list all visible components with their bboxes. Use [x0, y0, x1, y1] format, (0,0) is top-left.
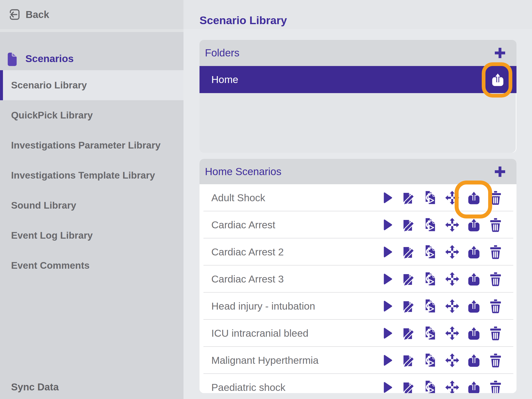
play-button[interactable]: [380, 272, 394, 286]
page-title: Scenario Library: [200, 14, 287, 27]
sidebar-item-event-log-library[interactable]: Event Log Library: [0, 220, 183, 250]
duplicate-icon: [423, 380, 438, 393]
sidebar-item-label: Sound Library: [11, 200, 76, 211]
sidebar-item-label: Scenario Library: [11, 80, 87, 91]
edit-button[interactable]: [402, 380, 416, 393]
trash-icon: [488, 326, 503, 340]
edit-button[interactable]: [402, 218, 416, 232]
delete-button[interactable]: [488, 353, 503, 367]
share-button[interactable]: [467, 380, 481, 393]
move-button[interactable]: [445, 380, 459, 393]
delete-button[interactable]: [488, 272, 503, 286]
sidebar-item-quickpick-library[interactable]: QuickPick Library: [0, 100, 183, 130]
sidebar-item-label: Event Comments: [11, 260, 90, 271]
edit-button[interactable]: [402, 191, 416, 205]
play-icon: [380, 353, 394, 367]
home-folder-share-button[interactable]: [491, 72, 505, 87]
row-actions: [380, 353, 503, 367]
duplicate-button[interactable]: [423, 326, 438, 340]
sidebar-item-event-comments[interactable]: Event Comments: [0, 250, 183, 281]
main-content: Scenario Library Folders Home Home Scena…: [183, 0, 532, 399]
scenario-row-malignant-hyperthermia: Malignant Hyperthermia: [200, 347, 516, 374]
trash-icon: [488, 245, 503, 259]
sidebar-item-label: Investigations Template Library: [11, 170, 155, 181]
delete-button[interactable]: [488, 380, 503, 393]
share-button[interactable]: [467, 299, 481, 313]
share-button[interactable]: [467, 353, 481, 367]
edit-button[interactable]: [402, 353, 416, 367]
duplicate-button[interactable]: [423, 245, 438, 259]
move-button[interactable]: [445, 245, 459, 259]
share-button[interactable]: [467, 218, 481, 232]
duplicate-button[interactable]: [423, 380, 438, 393]
duplicate-button[interactable]: [423, 218, 438, 232]
edit-button[interactable]: [402, 272, 416, 286]
duplicate-button[interactable]: [423, 272, 438, 286]
edit-button[interactable]: [402, 326, 416, 340]
duplicate-button[interactable]: [423, 191, 438, 205]
share-icon: [467, 380, 481, 393]
sidebar-item-sound-library[interactable]: Sound Library: [0, 190, 183, 220]
play-icon: [380, 272, 394, 286]
sidebar-item-investigations-template-library[interactable]: Investigations Template Library: [0, 160, 183, 190]
play-button[interactable]: [380, 353, 394, 367]
play-button[interactable]: [380, 245, 394, 259]
play-button[interactable]: [380, 299, 394, 313]
play-icon: [380, 299, 394, 313]
duplicate-icon: [423, 353, 438, 367]
play-button[interactable]: [380, 191, 394, 205]
move-icon: [445, 299, 459, 313]
folders-panel-header: Folders: [200, 40, 516, 66]
play-button[interactable]: [380, 326, 394, 340]
scenarios-section-title: Scenarios: [25, 53, 74, 65]
row-actions: [380, 218, 503, 232]
move-button[interactable]: [445, 191, 459, 205]
duplicate-icon: [423, 245, 438, 259]
move-button[interactable]: [445, 218, 459, 232]
back-button[interactable]: Back: [0, 0, 183, 29]
play-button[interactable]: [380, 380, 394, 393]
delete-button[interactable]: [488, 191, 503, 205]
back-label: Back: [26, 9, 49, 20]
scenario-row-icu-intracranial-bleed: ICU intracranial bleed: [200, 320, 516, 347]
plus-icon: [493, 46, 507, 60]
move-button[interactable]: [445, 326, 459, 340]
delete-button[interactable]: [488, 245, 503, 259]
delete-button[interactable]: [488, 326, 503, 340]
play-icon: [380, 380, 394, 393]
scenario-row-head-injury-intubation: Head injury - intubation: [200, 293, 516, 320]
edit-button[interactable]: [402, 245, 416, 259]
scenario-row-adult-shock: Adult Shock: [200, 184, 516, 211]
duplicate-icon: [423, 272, 438, 286]
delete-button[interactable]: [488, 299, 503, 313]
move-icon: [445, 191, 459, 205]
move-icon: [445, 380, 459, 393]
row-actions: [380, 326, 503, 340]
add-folder-button[interactable]: [493, 46, 507, 60]
duplicate-button[interactable]: [423, 299, 438, 313]
document-icon: [6, 51, 18, 66]
duplicate-button[interactable]: [423, 353, 438, 367]
nav-divider: [0, 29, 183, 32]
add-scenario-button[interactable]: [493, 165, 507, 179]
delete-button[interactable]: [488, 218, 503, 232]
share-button[interactable]: [467, 326, 481, 340]
sidebar-item-label: QuickPick Library: [11, 110, 93, 121]
share-button[interactable]: [467, 272, 481, 286]
sidebar-item-sync-data[interactable]: Sync Data: [0, 375, 183, 399]
scenario-row-cardiac-arrest: Cardiac Arrest: [200, 211, 516, 238]
sidebar-item-scenario-library[interactable]: Scenario Library: [0, 70, 183, 100]
adult-shock-share-button[interactable]: [467, 191, 481, 205]
edit-button[interactable]: [402, 299, 416, 313]
sidebar-item-investigations-parameter-library[interactable]: Investigations Parameter Library: [0, 130, 183, 160]
move-button[interactable]: [445, 272, 459, 286]
share-button[interactable]: [467, 245, 481, 259]
folder-row-home[interactable]: Home: [200, 66, 516, 93]
move-button[interactable]: [445, 299, 459, 313]
move-button[interactable]: [445, 353, 459, 367]
share-icon: [467, 326, 481, 340]
trash-icon: [488, 272, 503, 286]
folder-label: Home: [211, 74, 238, 85]
edit-icon: [402, 191, 416, 205]
play-button[interactable]: [380, 218, 394, 232]
